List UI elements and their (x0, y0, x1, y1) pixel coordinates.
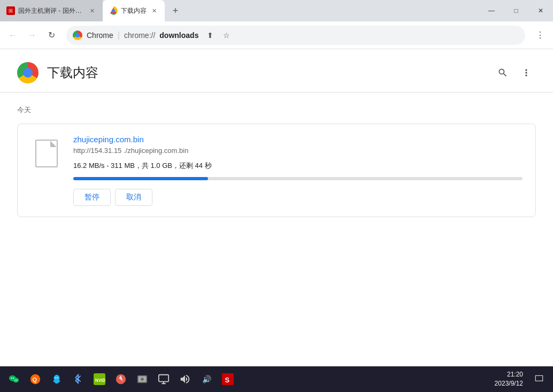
input-method-label: 🔊 (202, 375, 211, 383)
download-url: http://154.31.15 ./zhujiceping.com.bin (73, 147, 523, 155)
browser-menu-button[interactable]: ⋮ (532, 27, 549, 44)
svg-point-5 (13, 378, 14, 379)
header-actions (493, 63, 536, 82)
taskbar-icon-display[interactable] (154, 370, 173, 389)
taskbar-clock[interactable]: 21:20 2023/9/12 (490, 370, 527, 388)
file-icon-wrap (30, 135, 63, 172)
svg-point-4 (11, 378, 12, 379)
taskbar-icon-input-method[interactable]: 🔊 (197, 370, 216, 389)
svg-text:S: S (225, 376, 230, 384)
share-button[interactable]: ⬆ (203, 28, 218, 43)
svg-text:Q: Q (33, 376, 37, 383)
page-title: 下载内容 (47, 64, 485, 81)
taskbar-icon-krita[interactable] (111, 370, 130, 389)
taskbar-icon-volume[interactable] (175, 370, 195, 389)
tab-active-close[interactable]: ✕ (150, 6, 158, 15)
svg-point-7 (16, 380, 17, 381)
taskbar-icon-wechat[interactable] (4, 370, 24, 389)
browser-window: 国 国外主机测评 - 国外VPS， ✕ 下载内容 ✕ + — □ ✕ (0, 0, 553, 392)
browser-toolbar: ← → ↻ Chrome | chrome://downloads ⬆ ☆ ⋮ (0, 21, 553, 49)
clock-date: 2023/9/12 (495, 379, 523, 388)
svg-point-23 (141, 378, 144, 381)
taskbar-icon-wps[interactable]: S (218, 370, 237, 389)
taskbar-icon-screenshot[interactable] (133, 370, 152, 389)
download-actions: 暂停 取消 (73, 189, 523, 206)
download-info: zhujiceping.com.bin http://154.31.15 ./z… (73, 135, 523, 206)
taskbar-icon-bluetooth[interactable] (68, 370, 88, 389)
address-chrome-label: Chrome (87, 31, 113, 40)
download-item: zhujiceping.com.bin http://154.31.15 ./z… (17, 124, 536, 217)
titlebar: 国 国外主机测评 - 国外VPS， ✕ 下载内容 ✕ + — □ ✕ (0, 0, 553, 21)
close-button[interactable]: ✕ (528, 0, 553, 21)
tab-active-favicon (109, 6, 118, 15)
maximize-button[interactable]: □ (504, 0, 528, 21)
bookmark-button[interactable]: ☆ (219, 28, 234, 43)
cancel-button[interactable]: 取消 (115, 189, 152, 206)
tab-inactive-title: 国外主机测评 - 国外VPS， (18, 6, 82, 16)
address-prefix: chrome:// (124, 31, 155, 40)
downloads-body: 今天 zhujiceping.com.bin http://154.31.15 … (0, 93, 553, 230)
page-menu-button[interactable] (517, 63, 536, 82)
search-button[interactable] (493, 63, 512, 82)
svg-point-13 (55, 381, 58, 384)
pause-button[interactable]: 暂停 (73, 189, 111, 206)
download-speed: 16.2 MB/s - 311 MB，共 1.0 GB，还剩 44 秒 (73, 161, 523, 171)
svg-point-17 (58, 378, 58, 378)
tab-inactive-close[interactable]: ✕ (88, 6, 96, 15)
address-suffix: downloads (159, 31, 198, 40)
tab-inactive-favicon: 国 (6, 6, 15, 15)
window-controls: — □ ✕ (479, 0, 553, 21)
svg-point-6 (14, 380, 16, 381)
forward-button[interactable]: → (24, 27, 41, 44)
tab-inactive[interactable]: 国 国外主机测评 - 国外VPS， ✕ (0, 0, 103, 21)
tab-active-title: 下载内容 (121, 6, 147, 16)
taskbar-icon-nvidia[interactable]: NVIDIA (90, 370, 109, 389)
clock-time: 21:20 (495, 370, 523, 379)
file-icon (35, 140, 58, 167)
progress-bar-fill (73, 177, 208, 180)
progress-bar-background (73, 177, 523, 180)
svg-rect-24 (159, 375, 168, 382)
download-filename[interactable]: zhujiceping.com.bin (73, 135, 144, 144)
address-divider: | (118, 30, 120, 40)
svg-point-16 (56, 378, 56, 378)
taskbar-icon-qq-browser[interactable]: Q (26, 370, 45, 389)
minimize-button[interactable]: — (479, 0, 504, 21)
reload-button[interactable]: ↻ (43, 27, 60, 44)
chrome-icon (73, 30, 82, 40)
taskbar: Q NVIDIA 🔊 S 21:20 (0, 366, 553, 392)
chrome-logo (17, 62, 39, 83)
downloads-page: 下载内容 今天 zhujiceping.com.bin http: (0, 49, 553, 366)
titlebar-spacer (186, 0, 479, 21)
svg-text:NVIDIA: NVIDIA (95, 378, 105, 383)
back-button[interactable]: ← (4, 27, 21, 44)
section-today-label: 今天 (17, 105, 536, 115)
page-header: 下载内容 (0, 49, 553, 93)
address-bar[interactable]: Chrome | chrome://downloads ⬆ ☆ (66, 26, 525, 45)
notification-button[interactable] (529, 370, 549, 389)
new-tab-button[interactable]: + (165, 0, 186, 21)
svg-point-1 (112, 9, 115, 12)
tab-active[interactable]: 下载内容 ✕ (103, 0, 165, 21)
taskbar-icon-qq[interactable] (47, 370, 66, 389)
